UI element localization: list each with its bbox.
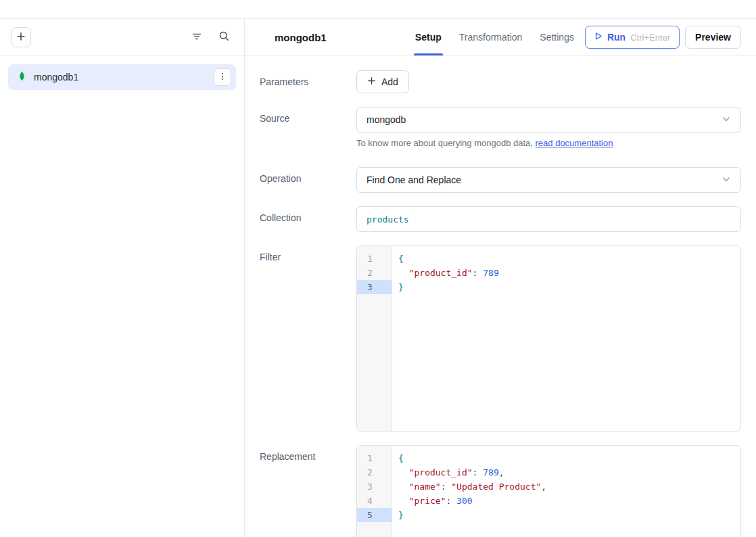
editor-gutter: 123: [357, 246, 392, 431]
filter-icon: [191, 31, 202, 44]
chevron-down-icon: [722, 114, 731, 126]
parameters-label: Parameters: [260, 70, 356, 93]
source-label: Source: [260, 107, 356, 148]
tab-transformation[interactable]: Transformation: [459, 19, 523, 55]
filter-label: Filter: [260, 246, 356, 431]
app-body: mongodb1 mongodb1 Setup Transformation S…: [0, 19, 756, 537]
parameters-row: Parameters Add: [260, 70, 741, 93]
editor-code[interactable]: { "product_id": 789, "name": "Updated Pr…: [392, 446, 740, 537]
replacement-label: Replacement: [260, 445, 356, 537]
search-queries-button[interactable]: [214, 28, 233, 47]
app-top-bar: [0, 0, 756, 19]
tab-setup[interactable]: Setup: [415, 19, 442, 55]
filter-row: Filter 123 { "product_id": 789}: [260, 246, 741, 431]
collection-input[interactable]: products: [356, 206, 741, 232]
operation-select-value: Find One and Replace: [367, 174, 461, 185]
run-button-shortcut: Ctrl+Enter: [630, 32, 670, 43]
operation-label: Operation: [260, 167, 356, 193]
plus-icon: [16, 32, 26, 43]
query-setup-form: Parameters Add Source mongodb: [245, 56, 756, 537]
source-helper-text: To know more about querying mongodb data…: [356, 138, 741, 148]
query-list-item-mongodb1[interactable]: mongodb1: [8, 64, 236, 90]
run-button-label: Run: [607, 32, 625, 43]
search-icon: [218, 30, 230, 44]
header-actions: Run Ctrl+Enter Preview: [585, 19, 741, 55]
replacement-code-editor[interactable]: 12345 { "product_id": 789, "name": "Upda…: [356, 445, 741, 537]
replacement-row: Replacement 12345 { "product_id": 789, "…: [260, 445, 741, 537]
mongodb-leaf-icon: [17, 71, 27, 83]
query-editor-panel: mongodb1 Setup Transformation Settings R…: [245, 19, 756, 537]
filter-queries-button[interactable]: [187, 28, 206, 47]
query-item-label: mongodb1: [34, 72, 214, 83]
source-helper-prefix: To know more about querying mongodb data…: [356, 138, 536, 148]
chevron-down-icon: [722, 174, 731, 186]
editor-tabs: Setup Transformation Settings: [415, 19, 574, 55]
collection-row: Collection products: [260, 206, 741, 232]
source-row: Source mongodb To know more about queryi…: [260, 107, 741, 148]
query-sidebar: mongodb1: [0, 19, 245, 537]
add-parameter-button[interactable]: Add: [356, 70, 409, 93]
source-select-value: mongodb: [367, 114, 406, 125]
play-icon: [594, 32, 603, 43]
editor-code[interactable]: { "product_id": 789}: [392, 246, 740, 431]
query-item-menu-button[interactable]: [214, 68, 231, 86]
operation-select[interactable]: Find One and Replace: [356, 167, 741, 193]
query-editor-header: mongodb1 Setup Transformation Settings R…: [245, 19, 756, 56]
collection-input-value: products: [367, 214, 409, 225]
operation-row: Operation Find One and Replace: [260, 167, 741, 193]
add-query-button[interactable]: [11, 27, 31, 47]
run-button[interactable]: Run Ctrl+Enter: [585, 26, 680, 49]
sidebar-header: [0, 19, 244, 56]
preview-button[interactable]: Preview: [685, 26, 741, 49]
kebab-menu-icon: [218, 72, 227, 83]
add-parameter-label: Add: [381, 76, 398, 87]
plus-icon: [367, 76, 376, 87]
editor-gutter: 12345: [357, 446, 392, 537]
query-list: mongodb1: [0, 56, 244, 98]
query-title: mongodb1: [275, 32, 327, 43]
collection-label: Collection: [260, 206, 356, 232]
filter-code-editor[interactable]: 123 { "product_id": 789}: [356, 246, 741, 431]
read-documentation-link[interactable]: read documentation: [536, 138, 613, 148]
tab-settings[interactable]: Settings: [540, 19, 574, 55]
source-select[interactable]: mongodb: [356, 107, 741, 133]
